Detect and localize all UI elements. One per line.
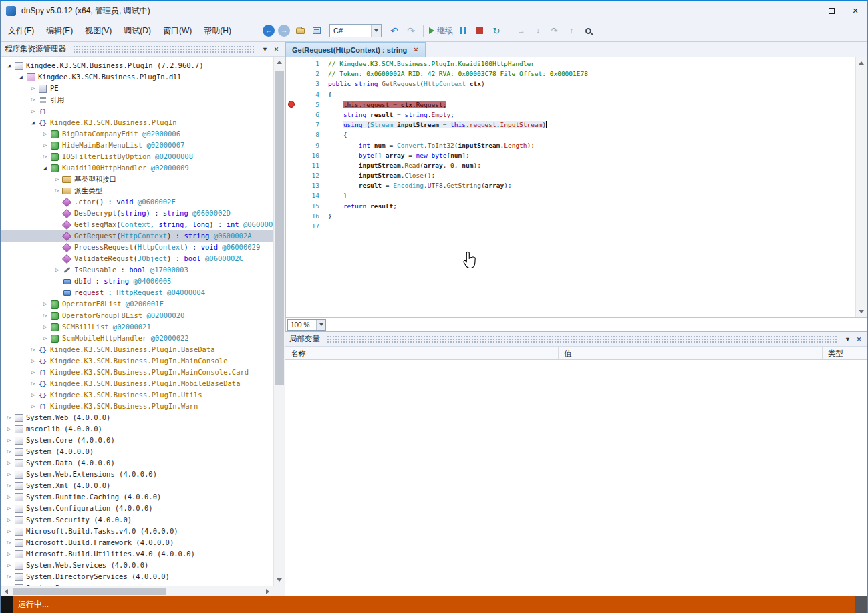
tree-node[interactable]: ▷Microsoft.Build.Tasks.v4.0 (4.0.0.0) — [1, 526, 273, 537]
scroll-left-button[interactable] — [1, 586, 12, 596]
tree-node[interactable]: ◢Kingdee.K3.SCM.Business.PlugIn (7.2.960… — [1, 60, 273, 71]
open-file-button[interactable] — [293, 23, 307, 38]
expand-icon[interactable]: ▷ — [29, 106, 37, 117]
tree-node[interactable]: ▷mscorlib (4.0.0.0) — [1, 423, 273, 435]
code-line[interactable]: 2// Token: 0x0600002A RID: 42 RVA: 0x000… — [286, 69, 855, 79]
code-line[interactable]: 15 return result; — [286, 201, 855, 211]
horizontal-scrollbar[interactable] — [1, 586, 285, 596]
breakpoint-icon[interactable] — [288, 101, 295, 108]
tab-close-icon[interactable]: ✕ — [413, 46, 418, 53]
assembly-tree[interactable]: ◢Kingdee.K3.SCM.Business.PlugIn (7.2.960… — [1, 57, 273, 586]
code-line[interactable]: 16} — [286, 211, 855, 221]
tree-node[interactable]: ▷System.Configuration (4.0.0.0) — [1, 503, 273, 514]
tree-node[interactable]: GetRequest(HttpContext) : string @060000… — [1, 230, 273, 242]
search-button[interactable] — [581, 23, 595, 38]
expand-icon[interactable]: ▷ — [29, 367, 37, 378]
tree-node[interactable]: ProcessRequest(HttpContext) : void @0600… — [1, 242, 273, 253]
expand-icon[interactable]: ▷ — [29, 378, 37, 389]
scroll-up-button[interactable] — [274, 57, 285, 68]
tree-node[interactable]: ▷{}Kingdee.K3.SCM.Business.PlugIn.MainCo… — [1, 355, 273, 367]
expand-icon[interactable]: ▷ — [5, 469, 13, 480]
tree-node[interactable]: GetFseqMax(Context, string, long) : int … — [1, 219, 273, 230]
code-line[interactable]: 8 { — [286, 130, 855, 140]
vertical-scrollbar[interactable] — [273, 57, 285, 586]
tree-node[interactable]: ValidateRequst(JObject) : bool @0600002C — [1, 253, 273, 264]
panel-menu-button[interactable]: ▼ — [259, 43, 271, 55]
new-tab-button[interactable] — [310, 23, 323, 38]
expand-icon[interactable]: ▷ — [29, 83, 37, 94]
breakpoint-gutter[interactable] — [286, 99, 297, 110]
breakpoint-gutter[interactable] — [286, 221, 297, 231]
column-header-name[interactable]: 名称 — [285, 347, 559, 359]
step-over-button[interactable]: ↷ — [548, 23, 561, 38]
tree-node[interactable]: ◢Kingdee.K3.SCM.Business.PlugIn.dll — [1, 71, 273, 83]
breakpoint-gutter[interactable] — [286, 160, 297, 170]
stop-debugging-button[interactable] — [473, 23, 486, 38]
breakpoint-gutter[interactable] — [286, 201, 297, 211]
tree-node[interactable]: request : HttpRequest @04000004 — [1, 287, 273, 298]
tree-node[interactable]: ▷派生类型 — [1, 185, 273, 196]
expand-icon[interactable]: ▷ — [41, 298, 49, 310]
collapse-icon[interactable]: ◢ — [5, 60, 13, 71]
continue-button[interactable]: 继续 — [429, 23, 453, 38]
code-line[interactable]: 3public string GetRequest(HttpContext ct… — [286, 79, 855, 89]
tree-node[interactable]: ▷System.Security (4.0.0.0) — [1, 514, 273, 526]
tree-node[interactable]: dbId : string @04000005 — [1, 276, 273, 287]
breakpoint-gutter[interactable] — [286, 89, 297, 99]
expand-icon[interactable]: ▷ — [5, 560, 13, 571]
tree-node[interactable]: ▷PE — [1, 83, 273, 94]
column-header-type[interactable]: 类型 — [823, 347, 867, 359]
tree-node[interactable]: ▷IOSFilterListByOption @02000008 — [1, 151, 273, 162]
breakpoint-gutter[interactable] — [286, 170, 297, 180]
show-next-statement-button[interactable]: → — [515, 23, 528, 38]
code-line[interactable]: 17 — [286, 221, 855, 231]
code-line[interactable]: 11 inputStream.Read(array, 0, num); — [286, 160, 855, 170]
zoom-select[interactable]: 100 % — [287, 319, 326, 331]
expand-icon[interactable]: ▷ — [29, 389, 37, 401]
editor-vertical-scrollbar[interactable] — [855, 57, 867, 317]
expand-icon[interactable]: ▷ — [5, 423, 13, 435]
breakpoint-gutter[interactable] — [286, 120, 297, 130]
tree-node[interactable]: ▷System (4.0.0.0) — [1, 446, 273, 457]
collapse-icon[interactable]: ◢ — [17, 71, 25, 83]
expand-icon[interactable]: ▷ — [5, 446, 13, 457]
expand-icon[interactable]: ▷ — [5, 526, 13, 537]
tree-node[interactable]: ▷System.Core (4.0.0.0) — [1, 435, 273, 446]
code-line[interactable]: 5 this.request = ctx.Request; — [286, 99, 855, 110]
minimize-button[interactable] — [795, 2, 819, 19]
scroll-up-button[interactable] — [856, 57, 867, 69]
tree-node[interactable]: DesDecrypt(string) : string @0600002D — [1, 208, 273, 219]
expand-icon[interactable]: ▷ — [5, 480, 13, 491]
expand-icon[interactable]: ▷ — [5, 412, 13, 423]
code-view[interactable]: 1// Kingdee.K3.SCM.Business.PlugIn.Kuaid… — [286, 59, 855, 317]
menu-item-4[interactable]: 窗口(W) — [157, 22, 198, 40]
code-line[interactable]: 6 string result = string.Empty; — [286, 110, 855, 120]
menu-item-5[interactable]: 帮助(H) — [198, 22, 237, 40]
tree-node[interactable]: ▷{}Kingdee.K3.SCM.Business.PlugIn.Warn — [1, 401, 273, 412]
menu-item-0[interactable]: 文件(F) — [2, 22, 40, 40]
breakpoint-gutter[interactable] — [286, 190, 297, 200]
code-line[interactable]: 10 byte[] array = new byte[num]; — [286, 150, 855, 160]
tree-node[interactable]: ▷System.Web.Extensions (4.0.0.0) — [1, 469, 273, 480]
expand-icon[interactable]: ▷ — [41, 128, 49, 140]
tree-node[interactable]: ▷SCMBillList @02000021 — [1, 321, 273, 333]
expand-icon[interactable]: ▷ — [5, 571, 13, 582]
redo-button[interactable]: ↷ — [404, 23, 418, 38]
expand-icon[interactable]: ▷ — [29, 355, 37, 367]
menu-item-3[interactable]: 调试(D) — [118, 22, 157, 40]
breakpoint-gutter[interactable] — [286, 79, 297, 89]
scroll-down-button[interactable] — [274, 574, 285, 586]
tree-node[interactable]: ▷IsReusable : bool @17000003 — [1, 264, 273, 276]
breakpoint-gutter[interactable] — [286, 211, 297, 221]
panel-close-button[interactable]: ✕ — [853, 333, 865, 345]
expand-icon[interactable]: ▷ — [41, 151, 49, 162]
tree-node[interactable]: ▷HideMainBarMenuList @02000007 — [1, 140, 273, 151]
tree-node[interactable]: ▷System.Web (4.0.0.0) — [1, 412, 273, 423]
scrollbar-thumb[interactable] — [275, 71, 284, 385]
restart-button[interactable]: ↻ — [490, 23, 503, 38]
collapse-icon[interactable]: ◢ — [41, 162, 49, 174]
tree-node[interactable]: ▷{}Kingdee.K3.SCM.Business.PlugIn.Utils — [1, 389, 273, 401]
breakpoint-gutter[interactable] — [286, 150, 297, 160]
resize-grip[interactable] — [855, 596, 867, 613]
tree-node[interactable]: ▷引用 — [1, 94, 273, 106]
